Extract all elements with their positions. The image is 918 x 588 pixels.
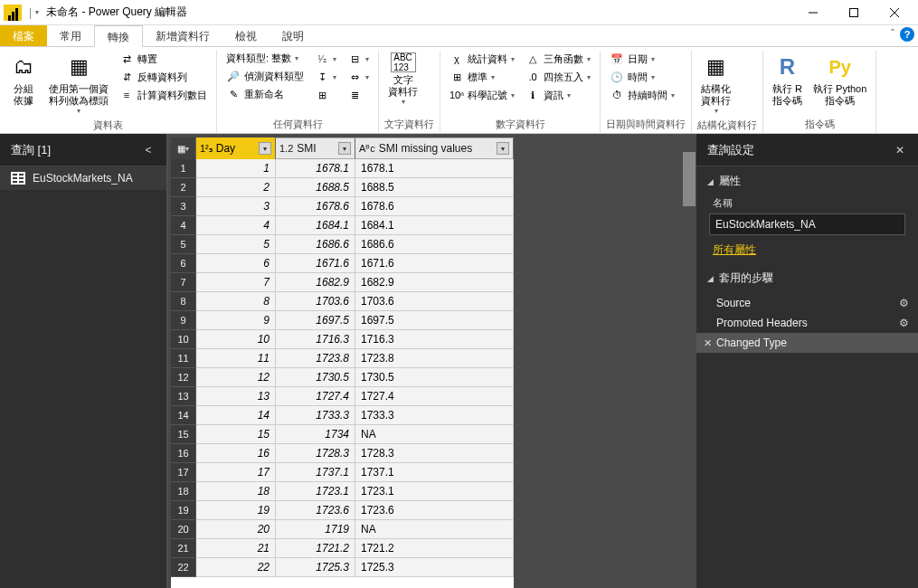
tab-file[interactable]: 檔案	[0, 25, 47, 46]
column-filter-icon[interactable]: ▾	[338, 142, 351, 155]
gear-icon[interactable]: ⚙	[899, 297, 909, 309]
statistics-button[interactable]: χ統計資料 ▾	[446, 51, 518, 67]
column-header-smi-missing[interactable]: Aᴮc SMI missing values ▾	[355, 138, 514, 159]
count-rows-button[interactable]: ≡計算資料列數目	[116, 87, 211, 103]
cell-smi-missing[interactable]: 1723.8	[355, 349, 514, 368]
cell-day[interactable]: 9	[196, 311, 276, 330]
cell-day[interactable]: 19	[196, 501, 276, 520]
table-row[interactable]: 881703.61703.6	[171, 292, 514, 311]
table-row[interactable]: 13131727.41727.4	[171, 387, 514, 406]
cell-smi-missing[interactable]: 1721.2	[355, 539, 514, 558]
table-row[interactable]: 21211721.21721.2	[171, 539, 514, 558]
groupby-button[interactable]: 🗂 分組 依據	[5, 51, 42, 109]
cell-smi[interactable]: 1678.1	[276, 159, 355, 178]
table-row[interactable]: 11111723.81723.8	[171, 349, 514, 368]
applied-steps-section[interactable]: ◢套用的步驟	[696, 263, 918, 289]
cell-smi-missing[interactable]: 1697.5	[355, 311, 514, 330]
cell-smi[interactable]: 1716.3	[276, 330, 355, 349]
cell-smi-missing[interactable]: 1678.6	[355, 197, 514, 216]
rename-button[interactable]: ✎重新命名	[222, 86, 308, 102]
cell-smi-missing[interactable]: 1678.1	[355, 159, 514, 178]
help-icon[interactable]: ?	[900, 27, 914, 42]
cell-smi[interactable]: 1725.3	[276, 558, 355, 577]
fill-button[interactable]: ↧▾	[311, 69, 340, 85]
column-filter-icon[interactable]: ▾	[497, 142, 509, 155]
column-filter-icon[interactable]: ▾	[259, 142, 271, 155]
cell-smi[interactable]: 1737.1	[276, 463, 355, 482]
cell-day[interactable]: 22	[196, 558, 276, 577]
tab-help[interactable]: 說明	[270, 25, 317, 46]
column-header-day[interactable]: 1²₃ Day ▾	[196, 138, 276, 159]
step-changed-type[interactable]: ✕Changed Type	[696, 333, 918, 353]
cell-smi-missing[interactable]: 1733.3	[355, 406, 514, 425]
cell-day[interactable]: 18	[196, 482, 276, 501]
text-column-button[interactable]: ABC123 文字 資料行 ▾	[384, 51, 421, 108]
query-name-input[interactable]	[709, 213, 905, 235]
cell-smi[interactable]: 1678.6	[276, 197, 355, 216]
cell-smi-missing[interactable]: 1688.5	[355, 178, 514, 197]
collapse-queries-icon[interactable]: <	[141, 144, 156, 156]
standard-button[interactable]: ⊞標準 ▾	[446, 69, 518, 85]
table-row[interactable]: 551686.61686.6	[171, 235, 514, 254]
step-promoted-headers[interactable]: Promoted Headers⚙	[696, 313, 918, 333]
cell-smi[interactable]: 1733.3	[276, 406, 355, 425]
minimize-button[interactable]	[792, 0, 833, 25]
cell-smi[interactable]: 1728.3	[276, 444, 355, 463]
cell-smi-missing[interactable]: 1723.1	[355, 482, 514, 501]
table-row[interactable]: 16161728.31728.3	[171, 444, 514, 463]
cell-day[interactable]: 20	[196, 520, 276, 539]
table-row[interactable]: 111678.11678.1	[171, 159, 514, 178]
table-row[interactable]: 331678.61678.6	[171, 197, 514, 216]
table-row[interactable]: 18181723.11723.1	[171, 482, 514, 501]
use-first-row-headers-button[interactable]: ▦ 使用第一個資 料列做為標頭 ▾	[45, 51, 112, 117]
cell-smi-missing[interactable]: 1684.1	[355, 216, 514, 235]
delete-step-icon[interactable]: ✕	[704, 337, 712, 349]
detect-type-button[interactable]: 🔎偵測資料類型	[222, 68, 308, 84]
gear-icon[interactable]: ⚙	[899, 317, 909, 329]
tab-transform[interactable]: 轉換	[94, 25, 143, 47]
cell-day[interactable]: 5	[196, 235, 276, 254]
step-source[interactable]: Source⚙	[696, 293, 918, 313]
table-row[interactable]: 991697.51697.5	[171, 311, 514, 330]
maximize-button[interactable]	[833, 0, 874, 25]
cell-smi-missing[interactable]: NA	[355, 425, 514, 444]
cell-day[interactable]: 14	[196, 406, 276, 425]
unpivot-button[interactable]: ⊟▾	[344, 51, 373, 67]
cell-smi[interactable]: 1671.6	[276, 254, 355, 273]
cell-smi-missing[interactable]: 1682.9	[355, 273, 514, 292]
cell-smi[interactable]: 1682.9	[276, 273, 355, 292]
cell-smi-missing[interactable]: NA	[355, 520, 514, 539]
table-row[interactable]: 17171737.11737.1	[171, 463, 514, 482]
table-row[interactable]: 19191723.61723.6	[171, 501, 514, 520]
cell-smi[interactable]: 1697.5	[276, 311, 355, 330]
cell-smi-missing[interactable]: 1671.6	[355, 254, 514, 273]
query-item[interactable]: EuStockMarkets_NA	[0, 166, 166, 190]
time-button[interactable]: 🕒時間 ▾	[606, 69, 678, 85]
pivot-button[interactable]: ⊞	[311, 87, 340, 103]
cell-day[interactable]: 4	[196, 216, 276, 235]
table-row[interactable]: 661671.61671.6	[171, 254, 514, 273]
cell-smi-missing[interactable]: 1686.6	[355, 235, 514, 254]
tab-home[interactable]: 常用	[47, 25, 94, 46]
scientific-button[interactable]: 10ⁿ科學記號 ▾	[446, 87, 518, 103]
transpose-button[interactable]: ⇄轉置	[116, 51, 211, 67]
cell-smi-missing[interactable]: 1725.3	[355, 558, 514, 577]
cell-smi[interactable]: 1723.6	[276, 501, 355, 520]
cell-day[interactable]: 3	[196, 197, 276, 216]
run-python-script-button[interactable]: Py 執行 Python 指令碼	[809, 51, 870, 109]
qat-dropdown-icon[interactable]: ▾	[35, 8, 39, 16]
cell-day[interactable]: 21	[196, 539, 276, 558]
cell-day[interactable]: 8	[196, 292, 276, 311]
data-type-button[interactable]: 資料類型: 整數 ▾	[222, 51, 308, 66]
cell-day[interactable]: 13	[196, 387, 276, 406]
date-button[interactable]: 📅日期 ▾	[606, 51, 678, 67]
structured-column-button[interactable]: ▦ 結構化 資料行 ▾	[697, 51, 734, 117]
cell-day[interactable]: 10	[196, 330, 276, 349]
all-properties-link[interactable]: 所有屬性	[696, 237, 918, 263]
cell-smi-missing[interactable]: 1703.6	[355, 292, 514, 311]
cell-day[interactable]: 12	[196, 368, 276, 387]
cell-smi[interactable]: 1719	[276, 520, 355, 539]
table-row[interactable]: 12121730.51730.5	[171, 368, 514, 387]
cell-smi[interactable]: 1688.5	[276, 178, 355, 197]
table-row[interactable]: 441684.11684.1	[171, 216, 514, 235]
